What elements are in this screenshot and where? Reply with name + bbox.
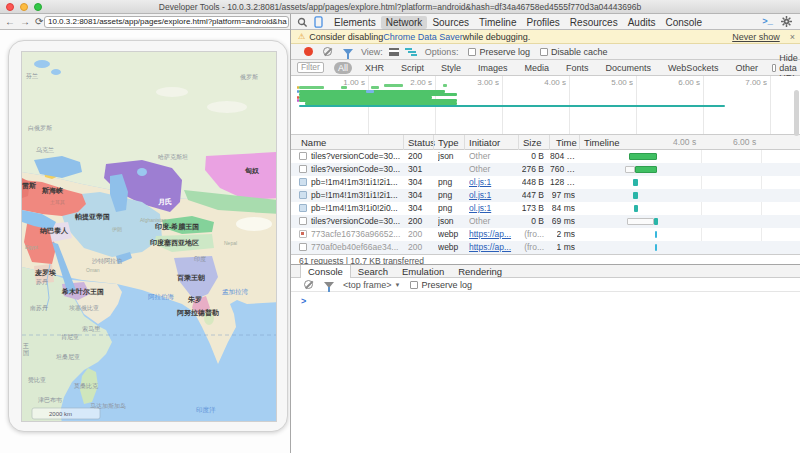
column-header-name[interactable]: Name	[301, 137, 326, 148]
drawer-tab-emulation[interactable]: Emulation	[395, 265, 451, 278]
column-header-size[interactable]: Size	[523, 137, 541, 148]
table-row[interactable]: 770af0eb40ef66ae34...200webphttps://ap..…	[291, 241, 800, 254]
cell-initiator[interactable]: ol.js:1	[469, 203, 517, 213]
disable-cache-checkbox[interactable]	[540, 48, 548, 56]
tab-elements[interactable]: Elements	[329, 16, 381, 29]
map-label: 雷斯	[22, 182, 36, 190]
tab-console[interactable]: Console	[660, 16, 707, 29]
table-row[interactable]: pb=!1m4!1m3!1i0!2i0...304pngol.js:1173 B…	[291, 202, 800, 215]
data-saver-link[interactable]: Chrome Data Saver	[383, 32, 463, 42]
tab-profiles[interactable]: Profiles	[521, 16, 564, 29]
back-button[interactable]: ←	[5, 15, 15, 29]
column-divider[interactable]	[518, 135, 519, 150]
console-output[interactable]: >	[291, 292, 800, 453]
hide-data-urls-checkbox[interactable]	[772, 64, 776, 72]
tab-timeline[interactable]: Timeline	[474, 16, 521, 29]
table-row[interactable]: 773acfe16736a96652...200webphttps://ap..…	[291, 228, 800, 241]
drawer-tab-rendering[interactable]: Rendering	[451, 265, 509, 278]
column-header-initiator[interactable]: Initiator	[469, 137, 500, 148]
image-file-icon	[299, 230, 307, 238]
cell-initiator[interactable]: https://ap...	[469, 242, 517, 252]
column-header-time[interactable]: Time	[556, 137, 577, 148]
table-row[interactable]: pb=!1m4!1m3!1i1!2i1...304pngol.js:1448 B…	[291, 176, 800, 189]
column-divider[interactable]	[433, 135, 434, 150]
device-mode-icon[interactable]	[314, 16, 323, 28]
preserve-log-checkbox[interactable]	[468, 48, 476, 56]
cell-initiator[interactable]: ol.js:1	[469, 177, 517, 187]
tab-network[interactable]: Network	[381, 16, 428, 29]
pill-script[interactable]: Script	[397, 62, 428, 74]
console-preserve-log-checkbox[interactable]	[410, 281, 418, 289]
map-scale-bar: 2000 km	[32, 408, 100, 419]
column-divider[interactable]	[549, 135, 550, 150]
cell-initiator[interactable]: ol.js:1	[469, 190, 517, 200]
waterfall-bar	[627, 218, 654, 225]
pill-all[interactable]: All	[334, 62, 352, 74]
close-window-button[interactable]	[6, 3, 14, 11]
console-filter-icon[interactable]	[324, 282, 334, 288]
network-toolbar: View: Options: Preserve log Disable cach…	[291, 44, 800, 60]
console-drawer-icon[interactable]: >_	[762, 17, 773, 27]
map-label: 白俄罗斯	[28, 125, 52, 132]
tab-audits[interactable]: Audits	[623, 16, 661, 29]
cell-size: 276 B	[522, 164, 544, 174]
table-scrollbar[interactable]	[794, 90, 799, 136]
cell-initiator[interactable]: https://ap...	[469, 229, 517, 239]
column-header-type[interactable]: Type	[438, 137, 459, 148]
table-row[interactable]: pb=!1m4!1m3!1i1!2i1...304pngol.js:1447 B…	[291, 189, 800, 202]
record-button[interactable]	[304, 47, 313, 56]
network-overview[interactable]: 1.00 s2.00 s3.00 s4.00 s5.00 s6.00 s7.00…	[291, 76, 800, 135]
history-map[interactable]: 芬兰俄罗斯白俄罗斯乌克兰哈萨克斯坦匈奴雷斯斯海峡土耳其月氏帕提亚帝国Afghan…	[21, 51, 277, 422]
table-row[interactable]: tiles?versionCode=30...301Other276 B760 …	[291, 163, 800, 176]
minimize-window-button[interactable]	[20, 3, 28, 11]
view-label: View:	[361, 47, 383, 57]
cell-status: 304	[408, 203, 432, 213]
drawer-tab-console[interactable]: Console	[300, 265, 351, 278]
column-header-timeline[interactable]: Timeline	[584, 137, 620, 148]
cell-name: 773acfe16736a96652...	[311, 229, 401, 239]
filter-funnel-icon[interactable]	[343, 49, 353, 55]
console-clear-icon[interactable]	[304, 280, 313, 289]
gear-icon[interactable]	[781, 16, 792, 29]
drawer-tab-search[interactable]: Search	[351, 265, 395, 278]
pill-xhr[interactable]: XHR	[361, 62, 388, 74]
cell-time: 69 ms	[552, 216, 575, 226]
map-label: 乌克兰	[36, 146, 54, 154]
pill-fonts[interactable]: Fonts	[562, 62, 593, 74]
pill-style[interactable]: Style	[437, 62, 465, 74]
column-divider[interactable]	[464, 135, 465, 150]
table-row[interactable]: tiles?versionCode=30...200jsonOther0 B80…	[291, 150, 800, 163]
column-divider[interactable]	[579, 135, 580, 150]
map-label: 斯海峡	[41, 187, 64, 195]
column-header-status[interactable]: Status	[408, 137, 435, 148]
list-view-icon[interactable]	[389, 48, 399, 56]
cell-size: 0 B	[531, 216, 544, 226]
table-row[interactable]: tiles?versionCode=30...200jsonOther0 B69…	[291, 215, 800, 228]
type-filter-pills: AllXHRScriptStyleImagesMediaFontsDocumen…	[334, 62, 762, 74]
waterfall-bar	[655, 231, 657, 238]
pill-websockets[interactable]: WebSockets	[664, 62, 722, 74]
device-frame: 芬兰俄罗斯白俄罗斯乌克兰哈萨克斯坦匈奴雷斯斯海峡土耳其月氏帕提亚帝国Afghan…	[8, 40, 288, 432]
reload-button[interactable]: ⟳	[35, 15, 43, 29]
map-label: 莫桑比克	[74, 382, 98, 390]
never-show-link[interactable]: Never show	[732, 32, 780, 42]
address-bar[interactable]: 10.0.3.2:8081/assets/app/pages/explore.h…	[44, 16, 289, 28]
map-label: 南苏丹	[30, 304, 48, 311]
frame-selector[interactable]: <top frame> ▼	[343, 280, 400, 290]
column-divider[interactable]	[403, 135, 404, 150]
map-label: 埃塞俄比亚	[69, 304, 99, 312]
forward-button[interactable]: →	[20, 15, 30, 29]
cell-size: (fro...	[524, 242, 544, 252]
zoom-window-button[interactable]	[34, 3, 42, 11]
pill-images[interactable]: Images	[474, 62, 512, 74]
search-icon[interactable]	[297, 17, 308, 28]
pill-documents[interactable]: Documents	[602, 62, 656, 74]
pill-media[interactable]: Media	[520, 62, 553, 74]
clear-icon[interactable]	[323, 47, 332, 56]
pill-other[interactable]: Other	[731, 62, 762, 74]
banner-close-icon[interactable]: ×	[790, 32, 795, 42]
waterfall-view-icon[interactable]	[405, 48, 417, 56]
filter-input[interactable]: Filter	[297, 62, 324, 73]
tab-sources[interactable]: Sources	[427, 16, 474, 29]
tab-resources[interactable]: Resources	[565, 16, 623, 29]
